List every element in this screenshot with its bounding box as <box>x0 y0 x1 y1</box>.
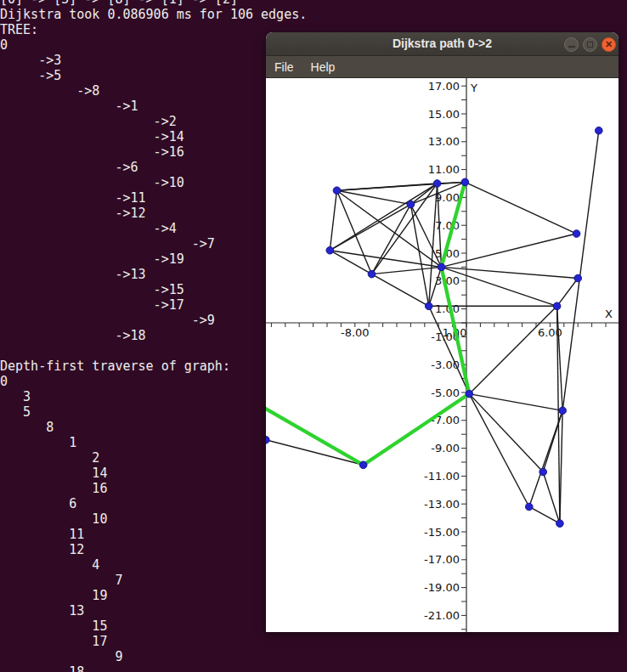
y-tick-label: -17.00 <box>424 553 460 566</box>
menu-item-file[interactable]: File <box>266 58 302 76</box>
graph-edge <box>266 440 364 466</box>
x-axis-name: X <box>605 308 613 320</box>
close-icon: ✕ <box>605 40 613 49</box>
graph-node <box>461 178 469 186</box>
graph-edge <box>562 131 599 411</box>
graph-node <box>596 127 603 134</box>
y-tick-label: -15.00 <box>424 526 460 539</box>
graph-edge <box>465 182 576 234</box>
graph-edge <box>441 267 578 278</box>
graph-node <box>407 200 415 208</box>
graph-node <box>359 461 367 469</box>
menubar: File Help <box>266 56 619 78</box>
y-tick-label: 13.00 <box>428 135 460 148</box>
maximize-button[interactable] <box>583 37 597 52</box>
y-tick-label: -19.00 <box>424 581 460 594</box>
graph-node <box>556 520 564 528</box>
close-button[interactable]: ✕ <box>602 37 616 52</box>
menu-item-help[interactable]: Help <box>302 58 344 76</box>
graph-edge <box>330 251 441 268</box>
graph-node <box>326 246 334 254</box>
y-tick-label: -21.00 <box>424 609 460 622</box>
y-tick-label: 11.00 <box>428 163 460 176</box>
graph-node <box>553 302 561 310</box>
y-tick-label: 1.00 <box>435 302 460 315</box>
titlebar[interactable]: Dijkstra path 0->2 ✕ <box>266 32 619 56</box>
y-tick-label: 17.00 <box>428 80 460 93</box>
graph-node <box>573 230 580 238</box>
graph-node <box>266 436 269 443</box>
graph-node <box>333 187 341 195</box>
minimize-button[interactable] <box>564 37 579 52</box>
y-axis-name: Y <box>470 82 477 94</box>
graph-node <box>526 503 534 511</box>
app-window: Dijkstra path 0->2 ✕ File Help 17.0015.0… <box>266 32 619 632</box>
graph-edge <box>469 394 529 507</box>
y-tick-label: -11.00 <box>424 470 460 483</box>
graph-node <box>539 468 547 476</box>
graph-edge <box>330 184 437 251</box>
graph-node <box>574 274 582 282</box>
terminal-output: [0] -> [5] -> [8] -> [1] -> [2] Dijkstra… <box>0 0 307 672</box>
graph-edge <box>529 410 562 506</box>
graph-node <box>433 180 441 188</box>
graph-edge <box>330 190 336 251</box>
y-tick-label: -5.00 <box>431 387 460 399</box>
graph-node <box>438 263 445 271</box>
graph-node <box>425 302 432 310</box>
graph-canvas: 17.0015.0013.0011.009.007.005.003.001.00… <box>266 78 619 632</box>
x-tick-label: -8.00 <box>341 326 370 339</box>
graph-edge <box>336 190 410 204</box>
graph-node <box>368 270 376 278</box>
graph-edge <box>557 279 579 307</box>
y-tick-label: -13.00 <box>424 498 460 511</box>
graph-edge <box>410 205 441 268</box>
y-tick-label: -9.00 <box>431 442 460 455</box>
graph-edge <box>560 410 562 523</box>
graph-node <box>466 390 473 398</box>
graph-edge <box>441 234 576 267</box>
y-tick-label: 15.00 <box>428 108 460 121</box>
graph-edge <box>330 205 410 251</box>
graph-edge <box>371 274 428 307</box>
window-controls: ✕ <box>564 37 616 52</box>
maximize-icon <box>587 42 593 48</box>
graph-edge <box>469 306 556 393</box>
graph-edge <box>429 306 470 393</box>
plot-area: 17.0015.0013.0011.009.007.005.003.001.00… <box>266 78 619 632</box>
graph-node <box>559 407 567 415</box>
minimize-icon <box>568 46 575 48</box>
